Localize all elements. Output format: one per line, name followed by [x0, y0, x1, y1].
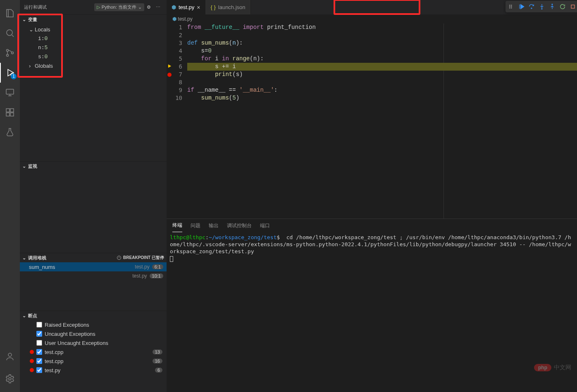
search-icon[interactable] [0, 23, 20, 43]
breadcrumb-label: test.py [178, 16, 192, 22]
breadcrumb[interactable]: ⬢ test.py [167, 14, 577, 24]
side-panel-header: 运行和调试 ▷ Python: 当前文件 ⌄ ⚙ ⋯ [20, 0, 167, 14]
line-number[interactable]: 9 [167, 86, 187, 94]
svg-point-2 [7, 55, 9, 57]
drag-handle-icon[interactable] [506, 2, 515, 11]
line-number[interactable]: 1 [167, 24, 187, 31]
line-number[interactable]: 5 [167, 55, 187, 63]
panel: 终端问题输出调试控制台端口 lthpc@lthpc:~/workspace_zo… [167, 219, 577, 392]
breakpoint-dot-icon [30, 350, 34, 354]
terminal-body[interactable]: lthpc@lthpc:~/workspace_zong/test$ cd /h… [167, 232, 577, 392]
svg-point-13 [509, 5, 510, 6]
line-number[interactable]: 8 [167, 78, 187, 86]
restart-button[interactable] [558, 2, 567, 11]
breakpoint-item[interactable]: test.cpp13 [20, 347, 167, 356]
svg-point-16 [511, 5, 512, 6]
line-number[interactable]: 2 [167, 31, 187, 39]
step-out-button[interactable] [548, 2, 557, 11]
editor-group: ⬢test.py×{ }launch.json ⬢ test.py 123456… [167, 0, 577, 392]
python-icon: ⬢ [172, 4, 176, 10]
chevron-right-icon: › [29, 63, 35, 69]
python-icon: ⬢ [172, 16, 176, 22]
variable-item[interactable]: i: 0 [20, 34, 167, 43]
settings-gear-icon[interactable] [0, 369, 20, 389]
code-line[interactable]: if __name__ == '__main__': [187, 86, 577, 94]
breakpoint-dot-icon[interactable] [167, 73, 172, 77]
checkbox[interactable] [36, 340, 42, 346]
code-line[interactable]: s += i [187, 63, 577, 71]
editor-tab[interactable]: { }launch.json [205, 0, 250, 14]
variable-item[interactable]: s: 0 [20, 52, 167, 61]
breakpoint-option[interactable]: Raised Exceptions [20, 320, 167, 329]
svg-point-17 [511, 6, 512, 7]
breakpoint-dot-icon [30, 368, 34, 372]
panel-tab[interactable]: 问题 [191, 219, 200, 232]
source-control-icon[interactable] [0, 43, 20, 63]
svg-point-11 [9, 378, 11, 380]
chevron-down-icon: ⌄ [22, 313, 28, 318]
code-line[interactable] [187, 78, 577, 86]
close-icon[interactable]: × [197, 4, 200, 11]
more-icon[interactable]: ⋯ [153, 5, 162, 10]
callstack-frame[interactable]: test.py10:1 [20, 271, 167, 280]
watch-header[interactable]: ⌄ 监视 [20, 162, 167, 171]
continue-button[interactable] [517, 2, 526, 11]
variables-title: 变量 [28, 17, 37, 23]
breakpoint-item[interactable]: test.py6 [20, 366, 167, 375]
testing-icon[interactable] [0, 122, 20, 142]
checkbox[interactable] [36, 331, 42, 337]
side-panel: 运行和调试 ▷ Python: 当前文件 ⌄ ⚙ ⋯ ⌄ 变量 ⌄ Locals… [20, 0, 167, 392]
svg-rect-9 [10, 113, 14, 116]
checkbox[interactable] [36, 349, 42, 355]
callstack-header[interactable]: ⌄ 调用堆栈 BREAKPOINT 已暂停 [20, 253, 167, 262]
variables-header[interactable]: ⌄ 变量 [20, 15, 167, 24]
breakpoint-option[interactable]: Uncaught Exceptions [20, 329, 167, 338]
callstack-frame[interactable]: sum_numstest.py6:1 [20, 262, 167, 271]
checkbox[interactable] [36, 322, 42, 328]
callstack-section: ⌄ 调用堆栈 BREAKPOINT 已暂停 sum_numstest.py6:1… [20, 253, 167, 311]
scope-locals[interactable]: ⌄ Locals [20, 25, 167, 34]
breakpoint-option[interactable]: User Uncaught Exceptions [20, 338, 167, 347]
activity-bar: 1 [0, 0, 20, 392]
step-into-button[interactable] [537, 2, 546, 11]
svg-point-10 [8, 353, 12, 356]
editor-gutter[interactable]: 12345678910 [167, 24, 187, 219]
breakpoint-item[interactable]: test.cpp16 [20, 356, 167, 366]
watch-section: ⌄ 监视 [20, 161, 167, 253]
chevron-down-icon: ⌄ [138, 5, 142, 10]
code-line[interactable]: from __future__ import print_function [187, 24, 577, 31]
variable-item[interactable]: n: 5 [20, 43, 167, 52]
config-gear-icon[interactable]: ⚙ [144, 5, 153, 10]
line-number[interactable]: 4 [167, 47, 187, 55]
checkbox[interactable] [36, 367, 42, 373]
debug-toolbar[interactable] [505, 1, 577, 12]
svg-point-0 [7, 30, 12, 36]
scope-globals[interactable]: › Globals [20, 61, 167, 70]
globals-label: Globals [35, 63, 53, 69]
code-line[interactable]: print(s) [187, 71, 577, 78]
code-line[interactable]: s=0 [187, 47, 577, 55]
breakpoints-header[interactable]: ⌄ 断点 [20, 311, 167, 320]
debug-config-selector[interactable]: ▷ Python: 当前文件 ⌄ [94, 3, 144, 11]
watch-title: 监视 [28, 163, 37, 169]
remote-explorer-icon[interactable] [0, 83, 20, 102]
stop-button[interactable] [568, 2, 577, 11]
code-line[interactable]: for i in range(n): [187, 55, 577, 63]
code-editor[interactable]: 12345678910 from __future__ import print… [167, 24, 577, 219]
panel-tab[interactable]: 终端 [172, 219, 182, 232]
checkbox[interactable] [36, 358, 42, 364]
code-line[interactable]: def sum_nums(n): [187, 39, 577, 47]
panel-tab[interactable]: 调试控制台 [227, 219, 252, 232]
line-number[interactable]: 10 [167, 94, 187, 102]
code-line[interactable] [187, 31, 577, 39]
editor-tab[interactable]: ⬢test.py× [167, 0, 205, 14]
run-debug-icon[interactable]: 1 [0, 63, 20, 83]
extensions-icon[interactable] [0, 102, 20, 122]
line-number[interactable]: 3 [167, 39, 187, 47]
code-line[interactable]: sum_nums(5) [187, 94, 577, 102]
panel-tab[interactable]: 输出 [209, 219, 219, 232]
accounts-icon[interactable] [0, 347, 20, 366]
explorer-icon[interactable] [0, 3, 20, 23]
panel-tab[interactable]: 端口 [260, 219, 270, 232]
step-over-button[interactable] [527, 2, 536, 11]
